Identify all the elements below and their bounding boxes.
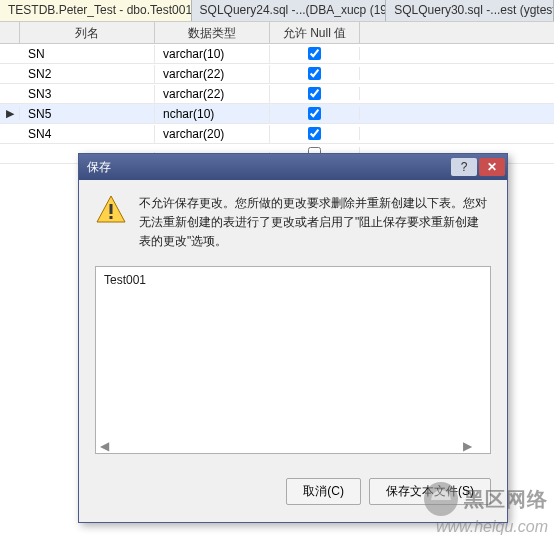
dialog-list[interactable]: Test001 ◀ ▶	[95, 266, 491, 454]
column-name-cell[interactable]: SN2	[20, 65, 155, 83]
allow-null-cell[interactable]	[270, 107, 360, 120]
allow-null-checkbox[interactable]	[308, 107, 321, 120]
chevron-right-icon: ▶	[463, 439, 472, 451]
column-name-cell[interactable]: SN3	[20, 85, 155, 103]
dialog-footer: 取消(C) 保存文本文件(S)	[79, 468, 507, 515]
allow-null-checkbox[interactable]	[308, 47, 321, 60]
grid-header-null[interactable]: 允许 Null 值	[270, 22, 360, 43]
dialog-title: 保存	[87, 159, 451, 176]
tab-label: TESTDB.Peter_Test - dbo.Test001*	[8, 3, 192, 17]
dialog-message: 不允许保存更改。您所做的更改要求删除并重新创建以下表。您对无法重新创建的表进行了…	[139, 194, 491, 252]
row-selector[interactable]: ▶	[0, 107, 20, 120]
allow-null-checkbox[interactable]	[308, 127, 321, 140]
column-name-cell[interactable]: SN5	[20, 105, 155, 123]
data-type-cell[interactable]: varchar(22)	[155, 85, 270, 103]
dialog-message-row: 不允许保存更改。您所做的更改要求删除并重新创建以下表。您对无法重新创建的表进行了…	[95, 194, 491, 252]
column-name-cell[interactable]: SN4	[20, 125, 155, 143]
allow-null-cell[interactable]	[270, 127, 360, 140]
svg-rect-1	[110, 204, 113, 214]
tab-label: SQLQuery30.sql -...est (ygtest (2	[394, 3, 554, 17]
chevron-left-icon: ◀	[100, 439, 109, 451]
table-designer-grid: 列名 数据类型 允许 Null 值 SNvarchar(10)SN2varcha…	[0, 22, 554, 164]
tab-bar: TESTDB.Peter_Test - dbo.Test001* × SQLQu…	[0, 0, 554, 22]
allow-null-cell[interactable]	[270, 87, 360, 100]
data-type-cell[interactable]: varchar(22)	[155, 65, 270, 83]
tab-testdb[interactable]: TESTDB.Peter_Test - dbo.Test001* ×	[0, 0, 192, 21]
allow-null-checkbox[interactable]	[308, 87, 321, 100]
table-row[interactable]: SN3varchar(22)	[0, 84, 554, 104]
close-icon: ✕	[487, 160, 497, 174]
table-row[interactable]: ▶SN5nchar(10)	[0, 104, 554, 124]
table-row[interactable]: SN4varchar(20)	[0, 124, 554, 144]
tab-label: SQLQuery24.sql -...(DBA_xucp (198))*	[200, 3, 387, 17]
save-text-button[interactable]: 保存文本文件(S)	[369, 478, 491, 505]
grid-header-name[interactable]: 列名	[20, 22, 155, 43]
grid-header-selector	[0, 22, 20, 43]
tab-sqlquery24[interactable]: SQLQuery24.sql -...(DBA_xucp (198))*	[192, 0, 387, 21]
scroll-indicator: ◀ ▶	[100, 439, 472, 451]
data-type-cell[interactable]: varchar(20)	[155, 125, 270, 143]
svg-rect-2	[110, 216, 113, 219]
list-item[interactable]: Test001	[104, 273, 482, 287]
table-row[interactable]: SN2varchar(22)	[0, 64, 554, 84]
column-name-cell[interactable]: SN	[20, 45, 155, 63]
table-row[interactable]: SNvarchar(10)	[0, 44, 554, 64]
data-type-cell[interactable]: nchar(10)	[155, 105, 270, 123]
dialog-titlebar[interactable]: 保存 ? ✕	[79, 154, 507, 180]
data-type-cell[interactable]: varchar(10)	[155, 45, 270, 63]
save-dialog: 保存 ? ✕ 不允许保存更改。您所做的更改要求删除并重新创建以下表。您对无法重新…	[78, 153, 508, 523]
grid-header-type[interactable]: 数据类型	[155, 22, 270, 43]
allow-null-cell[interactable]	[270, 67, 360, 80]
allow-null-cell[interactable]	[270, 47, 360, 60]
grid-header: 列名 数据类型 允许 Null 值	[0, 22, 554, 44]
cancel-button[interactable]: 取消(C)	[286, 478, 361, 505]
close-button[interactable]: ✕	[479, 158, 505, 176]
warning-icon	[95, 194, 127, 226]
allow-null-checkbox[interactable]	[308, 67, 321, 80]
tab-sqlquery30[interactable]: SQLQuery30.sql -...est (ygtest (2	[386, 0, 554, 21]
help-button[interactable]: ?	[451, 158, 477, 176]
dialog-body: 不允许保存更改。您所做的更改要求删除并重新创建以下表。您对无法重新创建的表进行了…	[79, 180, 507, 468]
